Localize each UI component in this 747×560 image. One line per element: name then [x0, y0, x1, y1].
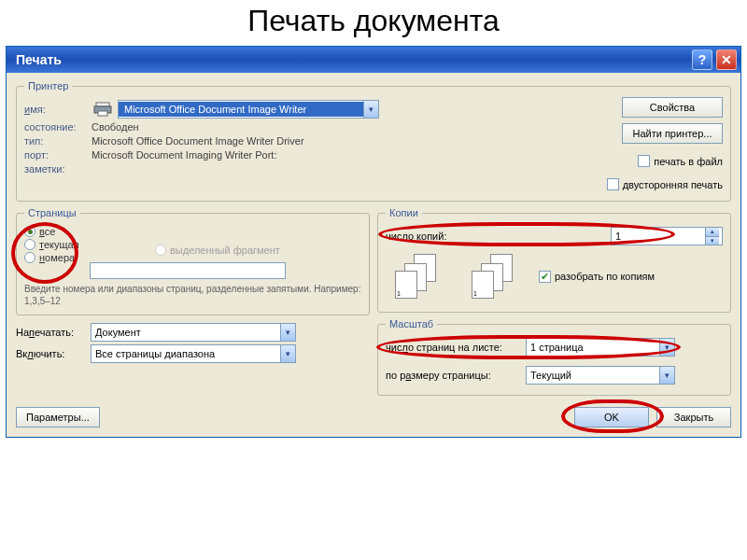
radio-all[interactable]: все	[24, 226, 155, 237]
pages-group: Страницы все текущая номера: выделенный …	[16, 207, 370, 315]
printer-state-value: Свободен	[92, 121, 139, 133]
printer-port-label: порт:	[24, 149, 92, 161]
titlebar-title: Печать	[16, 52, 692, 67]
fit-label: по размеру страницы:	[386, 370, 526, 381]
close-button[interactable]: Закрыть	[656, 407, 731, 427]
fit-to-page-select[interactable]: Текущий ▾	[526, 366, 675, 385]
close-window-button[interactable]: ✕	[716, 49, 737, 70]
check-icon: ✔	[541, 272, 549, 282]
printer-legend: Принтер	[24, 80, 72, 91]
print-what-label: Напечатать:	[16, 327, 91, 338]
copies-legend: Копии	[386, 207, 422, 218]
printer-name-label: имя:	[24, 104, 92, 115]
scale-group: Масштаб число страниц на листе: 1 страни…	[377, 318, 731, 396]
pps-label: число страниц на листе:	[386, 342, 526, 353]
pages-per-sheet-select[interactable]: 1 страница ▾	[526, 338, 675, 357]
print-what-select[interactable]: Документ ▾	[91, 323, 296, 342]
duplex-checkbox[interactable]: двусторонняя печать	[607, 178, 723, 190]
find-printer-button[interactable]: Найти принтер...	[622, 123, 723, 144]
collate-checkbox[interactable]: ✔разобрать по копиям	[539, 271, 655, 283]
help-button[interactable]: ?	[692, 49, 712, 70]
include-label: Включить:	[16, 348, 91, 359]
ok-button[interactable]: OK	[574, 407, 649, 427]
chevron-down-icon: ▾	[363, 101, 378, 118]
copies-group: Копии число копий: ▴▾ 321 321	[377, 207, 731, 313]
chevron-down-icon: ▾	[280, 324, 295, 341]
printer-icon	[92, 101, 114, 118]
printer-type-value: Microsoft Office Document Image Writer D…	[92, 135, 304, 147]
properties-button[interactable]: Свойства	[622, 97, 723, 118]
printer-select[interactable]: Microsoft Office Document Image Writer ▾	[118, 100, 379, 119]
chevron-down-icon: ▾	[659, 339, 674, 356]
titlebar: Печать ? ✕	[7, 47, 740, 73]
pages-legend: Страницы	[24, 207, 80, 218]
checkbox-icon	[607, 178, 619, 190]
printer-port-value: Microsoft Document Imaging Writer Port:	[92, 149, 276, 161]
collate-preview: 321 321	[395, 254, 520, 299]
chevron-down-icon: ▾	[280, 345, 295, 362]
spin-up-icon[interactable]: ▴	[705, 228, 719, 237]
radio-current[interactable]: текущая	[24, 239, 155, 250]
parameters-button[interactable]: Параметры...	[16, 407, 100, 427]
printer-type-label: тип:	[24, 135, 92, 147]
copies-input[interactable]	[612, 228, 705, 245]
print-to-file-checkbox[interactable]: печать в файл	[638, 155, 723, 167]
svg-rect-0	[96, 103, 109, 106]
copies-spinner[interactable]: ▴▾	[611, 227, 723, 245]
printer-select-value: Microsoft Office Document Image Writer	[119, 102, 363, 117]
printer-notes-label: заметки:	[24, 163, 92, 175]
chevron-down-icon: ▾	[659, 367, 674, 384]
spin-down-icon[interactable]: ▾	[705, 237, 719, 245]
printer-group: Принтер имя: Microsoft Office Document I…	[16, 80, 731, 202]
page-numbers-input[interactable]	[90, 262, 286, 279]
scale-legend: Масштаб	[386, 318, 437, 329]
svg-rect-2	[98, 111, 107, 116]
radio-selection: выделенный фрагмент	[155, 245, 361, 256]
printer-state-label: состояние:	[24, 121, 92, 133]
pages-help-text: Введите номера или диапазоны страниц, ра…	[24, 283, 361, 307]
include-select[interactable]: Все страницы диапазона ▾	[91, 344, 296, 363]
checkbox-icon	[638, 155, 650, 167]
copies-count-label: число копий:	[386, 231, 470, 242]
page-heading: Печать документа	[0, 0, 747, 46]
print-dialog: Печать ? ✕ Принтер имя: Microsoft Office…	[6, 46, 741, 438]
